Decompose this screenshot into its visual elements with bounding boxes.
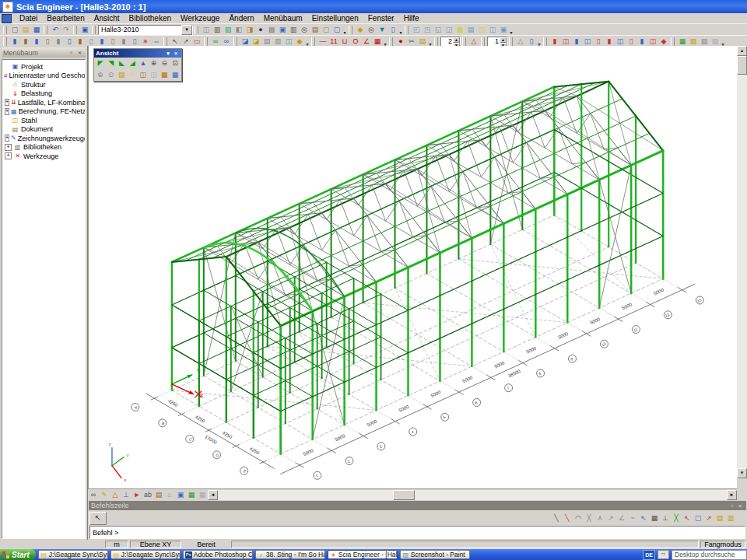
plane-cell[interactable]: Ebene XY: [130, 541, 181, 548]
mdi-child-icon[interactable]: [2, 14, 12, 23]
toolbar-grip[interactable]: [195, 26, 198, 34]
project-window-button[interactable]: ▣: [79, 25, 90, 35]
view-icon[interactable]: ▤: [117, 70, 128, 80]
view-icon[interactable]: ◥: [106, 58, 117, 68]
units-cell[interactable]: m: [105, 541, 128, 548]
toolbar-icon[interactable]: ▯: [388, 25, 398, 35]
snap-icon[interactable]: ▦: [649, 513, 660, 523]
toolbar-icon[interactable]: ▣: [498, 25, 509, 35]
toolbar-icon[interactable]: ▯: [42, 37, 53, 47]
toolbar-grip[interactable]: [73, 26, 77, 34]
expand-icon[interactable]: +: [5, 144, 12, 151]
toolbar-icon[interactable]: ◳: [422, 25, 433, 35]
expand-icon[interactable]: +: [5, 99, 9, 106]
chevron-down-icon[interactable]: ▾: [164, 51, 172, 57]
model-3d[interactable]: 1234567891011121350005000500050005000500…: [88, 46, 737, 488]
view-icon[interactable]: ⊡: [170, 58, 181, 68]
toolbar-grip[interactable]: [543, 37, 547, 46]
toolbar-icon[interactable]: ▮: [604, 37, 615, 47]
toolbar-icon[interactable]: ▮: [571, 37, 582, 47]
snap-icon[interactable]: ∧: [594, 513, 605, 523]
toolbar-icon[interactable]: ▥: [288, 25, 299, 35]
view-icon[interactable]: ◫: [138, 70, 149, 80]
toolbar-icon[interactable]: ▨: [710, 37, 721, 47]
toolbar-icon[interactable]: ▭: [191, 37, 202, 47]
menu-einstellungen[interactable]: Einstellungen: [307, 14, 363, 23]
view-setting-icon[interactable]: ab: [142, 490, 153, 500]
toolbar-icon[interactable]: ◆: [355, 25, 366, 35]
menu-bearbeiten[interactable]: Bearbeiten: [42, 14, 89, 23]
printer-icon[interactable]: ▭: [658, 550, 669, 559]
view-icon[interactable]: ▦: [170, 70, 181, 80]
view-setting-icon[interactable]: ►: [132, 490, 142, 500]
toolbar-icon[interactable]: ▢: [321, 25, 331, 35]
view-setting-icon[interactable]: ▦: [197, 490, 208, 500]
toolbar-icon[interactable]: ▯: [129, 37, 140, 47]
view-setting-icon[interactable]: △: [110, 490, 121, 500]
scroll-left-icon[interactable]: ◄: [208, 490, 218, 500]
snap-mode-button[interactable]: Fangmodus: [700, 541, 745, 548]
desktop-search-input[interactable]: Desktop durchsuche: [672, 550, 747, 560]
spin-input[interactable]: 2▲▼: [440, 37, 461, 47]
close-icon[interactable]: ×: [172, 51, 180, 56]
toolbar-icon[interactable]: ▮: [549, 37, 560, 47]
toolbar-icon[interactable]: ▮: [53, 37, 64, 47]
menu-menbaum[interactable]: Menübaum: [259, 14, 307, 23]
toolbar-icon[interactable]: ▦: [454, 25, 465, 35]
toolbar-grip[interactable]: [311, 37, 315, 46]
menu-ansicht[interactable]: Ansicht: [89, 14, 124, 23]
sidebar-item-belastung[interactable]: ⇓Belastung: [2, 89, 85, 99]
toolbar-overflow-icon[interactable]: ▾: [342, 25, 347, 35]
redo-button[interactable]: ↷: [61, 25, 72, 35]
toolbar-icon[interactable]: ↖: [170, 37, 181, 47]
view-icon[interactable]: ◢: [127, 58, 138, 68]
snap-icon[interactable]: ▢: [693, 513, 703, 523]
snap-icon[interactable]: ~: [627, 513, 638, 523]
toolbar-grip[interactable]: [434, 37, 438, 46]
toolbar-grip[interactable]: [92, 26, 96, 34]
view-setting-icon[interactable]: ⌂: [164, 490, 175, 500]
toolbar-icon[interactable]: ▮: [96, 37, 107, 47]
toolbar-icon[interactable]: △: [515, 37, 526, 47]
snap-icon[interactable]: ╲: [551, 513, 562, 523]
toolbar-icon[interactable]: ▧: [688, 37, 699, 47]
toolbar-icon[interactable]: ◨: [244, 25, 255, 35]
snap-icon[interactable]: ╲: [562, 513, 573, 523]
taskbar-task[interactable]: ♪38. Sting - I'm So Happy ...: [255, 550, 325, 559]
project-combobox[interactable]: Halle3-2010▼: [98, 25, 193, 35]
toolbar-icon[interactable]: ◧: [233, 25, 244, 35]
toolbar-icon[interactable]: ◰: [411, 25, 422, 35]
sidebar-item-projekt[interactable]: ▣Projekt: [2, 62, 85, 72]
view-icon[interactable]: ⊖: [160, 58, 170, 68]
taskbar-task[interactable]: ▤J:\Seagate Sync\SyncRe...: [110, 550, 181, 559]
menu-werkzeuge[interactable]: Werkzeuge: [176, 14, 224, 23]
view-icon[interactable]: ○: [127, 70, 138, 80]
sidebar-item-werkzeuge[interactable]: +✕Werkzeuge: [2, 152, 85, 161]
toolbar-icon[interactable]: ◫: [201, 25, 212, 35]
spin-input[interactable]: 1▲▼: [487, 37, 507, 47]
toolbar-icon[interactable]: ▮: [31, 37, 42, 47]
snap-icon[interactable]: ↗: [703, 513, 714, 523]
toolbar-icon[interactable]: ▦: [372, 37, 383, 47]
toolbar-icon[interactable]: ▯: [526, 37, 537, 47]
toolbar-icon[interactable]: ▧: [223, 25, 233, 35]
toolbar-overflow-icon[interactable]: ▾: [398, 25, 403, 35]
toolbar-icon[interactable]: ◪: [251, 37, 261, 47]
toolbar-grip[interactable]: [163, 37, 167, 46]
view-icon[interactable]: ▲: [138, 58, 149, 68]
toolbar-icon[interactable]: △: [468, 37, 479, 47]
taskbar-task[interactable]: ▤J:\Seagate Sync\SyncRe...: [38, 550, 108, 559]
view-setting-icon[interactable]: ⊥: [121, 490, 132, 500]
snap-icon[interactable]: ╳: [671, 513, 682, 523]
toolbar-icon[interactable]: ◫: [647, 37, 658, 47]
toolbar-grip[interactable]: [462, 37, 466, 46]
vertical-scroll-track[interactable]: [737, 75, 747, 468]
spin-up-icon[interactable]: ▲: [453, 37, 460, 43]
view-setting-icon[interactable]: ▦: [186, 490, 197, 500]
toolbar-icon[interactable]: ◫: [615, 37, 626, 47]
snap-icon[interactable]: ▥: [725, 513, 736, 523]
toolbar-icon[interactable]: ◫: [476, 25, 487, 35]
horizontal-scroll-thumb[interactable]: [393, 490, 415, 500]
toolbar-icon[interactable]: ▯: [107, 37, 118, 47]
view-icon[interactable]: ⊙: [106, 70, 117, 80]
